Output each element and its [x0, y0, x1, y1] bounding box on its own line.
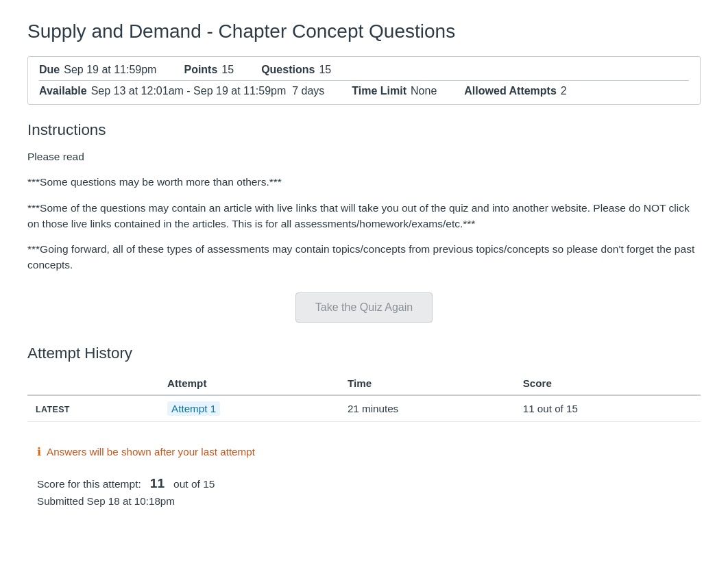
info-bar: Due Sep 19 at 11:59pm Points 15 Question…	[27, 56, 701, 105]
time-limit-value: None	[411, 85, 437, 97]
instruction-p1: Please read	[27, 149, 701, 164]
questions-value: 15	[319, 64, 331, 76]
info-row-1: Due Sep 19 at 11:59pm Points 15 Question…	[39, 64, 689, 76]
table-header-row: Attempt Time Score	[27, 372, 701, 395]
score-out-of: out of 15	[173, 478, 215, 490]
due-label: Due	[39, 64, 60, 76]
attempt-history-section: Attempt History Attempt Time Score LATES…	[27, 345, 701, 422]
submitted-line: Submitted Sep 18 at 10:18pm	[37, 495, 691, 507]
attempt-link-cell: Attempt 1	[159, 395, 339, 422]
instruction-p3: ***Some of the questions may contain an …	[27, 200, 701, 232]
take-quiz-button[interactable]: Take the Quiz Again	[295, 292, 433, 323]
questions-label: Questions	[261, 64, 315, 76]
info-separator	[39, 80, 689, 81]
latest-badge-cell: LATEST	[27, 395, 159, 422]
notice-text: Answers will be shown after your last at…	[47, 446, 255, 458]
available-label: Available	[39, 85, 87, 97]
time-limit-cell: Time Limit None	[352, 85, 437, 97]
available-value: Sep 13 at 12:01am - Sep 19 at 11:59pm	[91, 85, 287, 97]
info-row-2: Available Sep 13 at 12:01am - Sep 19 at …	[39, 85, 689, 97]
due-value: Sep 19 at 11:59pm	[64, 64, 156, 76]
score-line: Score for this attempt: 11 out of 15	[37, 476, 691, 491]
answers-notice: ℹ Answers will be shown after your last …	[27, 438, 701, 465]
attempt-time-cell: 21 minutes	[339, 395, 515, 422]
attempt-table: Attempt Time Score LATEST Attempt 1 21 m…	[27, 372, 701, 422]
latest-badge: LATEST	[36, 405, 70, 414]
points-cell: Points 15	[184, 64, 234, 76]
score-section: Score for this attempt: 11 out of 15 Sub…	[27, 476, 701, 507]
questions-cell: Questions 15	[261, 64, 331, 76]
attempt-history-title: Attempt History	[27, 345, 701, 362]
due-cell: Due Sep 19 at 11:59pm	[39, 64, 156, 76]
points-label: Points	[184, 64, 217, 76]
instruction-p2: ***Some questions may be worth more than…	[27, 174, 701, 190]
attempt-link[interactable]: Attempt 1	[167, 401, 220, 416]
duration-value: 7 days	[292, 85, 324, 97]
allowed-attempts-cell: Allowed Attempts 2	[464, 85, 566, 97]
col-header-empty	[27, 372, 159, 395]
available-cell: Available Sep 13 at 12:01am - Sep 19 at …	[39, 85, 324, 97]
allowed-attempts-value: 2	[561, 85, 567, 97]
allowed-attempts-label: Allowed Attempts	[464, 85, 557, 97]
col-header-attempt: Attempt	[159, 372, 339, 395]
attempt-score-cell: 11 out of 15	[515, 395, 701, 422]
instruction-p4: ***Going forward, all of these types of …	[27, 241, 701, 273]
score-number: 11	[150, 476, 165, 490]
points-value: 15	[221, 64, 234, 76]
col-header-time: Time	[339, 372, 515, 395]
col-header-score: Score	[515, 372, 701, 395]
notice-icon: ℹ	[37, 445, 41, 458]
instructions-title: Instructions	[27, 121, 701, 139]
score-for-attempt-label: Score for this attempt:	[37, 478, 141, 490]
table-row: LATEST Attempt 1 21 minutes 11 out of 15	[27, 395, 701, 422]
quiz-title: Supply and Demand - Chapter Concept Ques…	[27, 21, 701, 42]
time-limit-label: Time Limit	[352, 85, 407, 97]
instructions-section: Instructions Please read ***Some questio…	[27, 121, 701, 273]
